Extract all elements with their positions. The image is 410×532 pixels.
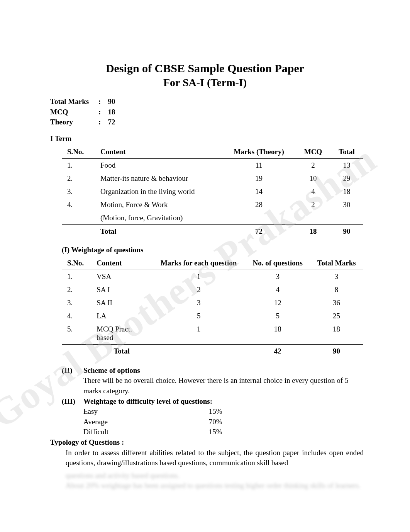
table-row: 1. Food 11 2 13: [62, 158, 363, 172]
option-num: (II): [62, 365, 83, 396]
cell-sno: 2.: [62, 283, 91, 296]
cell-mcq: 2: [296, 198, 330, 211]
cell-marks: 19: [222, 172, 296, 185]
cell-total: 8: [310, 283, 363, 296]
typology-heading: Typology of Questions :: [50, 437, 364, 448]
col-marks-theory: Marks (Theory): [222, 145, 296, 159]
table-total-row: Total 42 90: [62, 344, 363, 358]
term-content-table: S.No. Content Marks (Theory) MCQ Total 1…: [62, 145, 363, 238]
cell-total: [330, 211, 363, 225]
cell-content: Organization in the living world: [95, 185, 222, 198]
mcq-row: MCQ : 18: [50, 107, 364, 117]
difficulty-row-difficult: Difficult 15%: [83, 427, 364, 437]
table-total-row: Total 72 18 90: [62, 224, 363, 238]
theory-value: 72: [108, 118, 115, 126]
cell-marks: 14: [222, 185, 296, 198]
cell-mcq: 2: [296, 158, 330, 172]
colon: :: [98, 107, 106, 117]
cell-total: 25: [310, 309, 363, 323]
col-mcq: MCQ: [296, 145, 330, 159]
cell-content: MCQ Pract. based: [91, 323, 152, 345]
cell-sno: 1.: [62, 270, 91, 283]
difficulty-row-average: Average 70%: [83, 417, 364, 427]
page-subtitle: For SA-I (Term-I): [46, 76, 364, 89]
mcq-value: 18: [108, 108, 115, 116]
cell-marks: 2: [152, 283, 245, 296]
cell-mcq: 10: [296, 172, 330, 185]
cell-content: Motion, Force & Work: [95, 198, 222, 211]
col-sno: S.No.: [62, 257, 91, 270]
total-num: 42: [245, 344, 310, 358]
col-total-marks: Total Marks: [310, 257, 363, 270]
cell-content: SA II: [91, 296, 152, 309]
total-marks: 72: [222, 224, 296, 238]
total-label: Total: [91, 344, 152, 358]
difficulty-num: (III): [62, 396, 83, 437]
difficulty-value: 70%: [209, 418, 222, 426]
weightage-heading: (I) Weightage of questions: [62, 246, 364, 254]
cell-marks: 28: [222, 198, 296, 211]
difficulty-label: Easy: [83, 406, 207, 417]
cell-total: 18: [330, 185, 363, 198]
cell-total: 29: [330, 172, 363, 185]
total-mcq: 18: [296, 224, 330, 238]
marks-summary: Total Marks : 90 MCQ : 18 Theory : 72: [50, 97, 364, 127]
typology-section: Typology of Questions : In order to asse…: [50, 437, 364, 491]
cell-num: 3: [245, 270, 310, 283]
total-total: 90: [330, 224, 363, 238]
cell-marks: 3: [152, 296, 245, 309]
table-row: 5. MCQ Pract. based 1 18 18: [62, 323, 363, 345]
cell-total: 13: [330, 158, 363, 172]
cell-mcq: [296, 211, 330, 225]
cell-sno: 3.: [62, 185, 95, 198]
cell-sno: 1.: [62, 158, 95, 172]
cell-total: 30: [330, 198, 363, 211]
col-marks-each: Marks for each question: [152, 257, 245, 270]
cell-sno: 2.: [62, 172, 95, 185]
cell-num: 4: [245, 283, 310, 296]
cell-sno: 3.: [62, 296, 91, 309]
cell-content: LA: [91, 309, 152, 323]
typology-paragraph: In order to assess different abilities r…: [66, 448, 364, 468]
theory-row: Theory : 72: [50, 117, 364, 127]
cell-num: 18: [245, 323, 310, 345]
blurred-text: questions and activity based questions. …: [66, 471, 364, 491]
total-marks-row: Total Marks : 90: [50, 97, 364, 107]
cell-sno: 4.: [62, 309, 91, 323]
cell-content: Food: [95, 158, 222, 172]
table-row: 3. SA II 3 12 36: [62, 296, 363, 309]
col-content: Content: [95, 145, 222, 159]
cell-marks: [222, 211, 296, 225]
cell-sno: [62, 211, 95, 225]
cell-content: SA I: [91, 283, 152, 296]
cell-num: 12: [245, 296, 310, 309]
total-label: Total: [95, 224, 222, 238]
cell-total: 18: [310, 323, 363, 345]
difficulty-title: Weightage to difficulty level of questio…: [83, 396, 364, 407]
table-row: 2. SA I 2 4 8: [62, 283, 363, 296]
table-row: 3. Organization in the living world 14 4…: [62, 185, 363, 198]
table-row: 4. LA 5 5 25: [62, 309, 363, 323]
cell-marks: 1: [152, 323, 245, 345]
table-header-row: S.No. Content Marks for each question No…: [62, 257, 363, 270]
cell-marks: 5: [152, 309, 245, 323]
table-row: 1. VSA 1 3 3: [62, 270, 363, 283]
option-text: There will be no overall choice. However…: [83, 376, 364, 396]
cell-total: 36: [310, 296, 363, 309]
difficulty-label: Difficult: [83, 427, 207, 437]
weightage-table: S.No. Content Marks for each question No…: [62, 257, 363, 358]
total-total: 90: [310, 344, 363, 358]
option-title: Scheme of options: [83, 365, 364, 376]
scheme-of-options: (II) Scheme of options There will be no …: [62, 365, 364, 396]
cell-sno: 4.: [62, 198, 95, 211]
cell-content: (Motion, force, Gravitation): [95, 211, 222, 225]
difficulty-row-easy: Easy 15%: [83, 406, 364, 417]
col-total: Total: [330, 145, 363, 159]
col-content: Content: [91, 257, 152, 270]
mcq-label: MCQ: [50, 107, 97, 117]
total-marks-value: 90: [108, 97, 115, 105]
colon: :: [98, 97, 106, 107]
difficulty-weightage: (III) Weightage to difficulty level of q…: [62, 396, 364, 437]
col-sno: S.No.: [62, 145, 95, 159]
cell-mcq: 4: [296, 185, 330, 198]
